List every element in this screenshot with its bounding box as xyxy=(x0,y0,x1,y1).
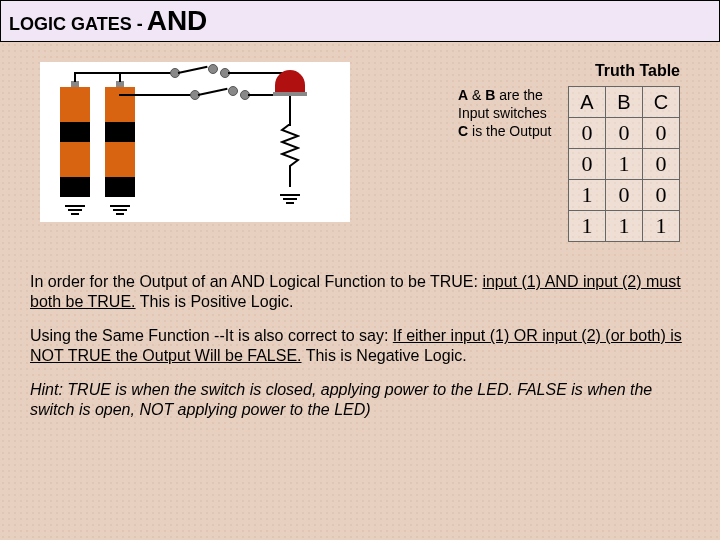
table-row: 100 xyxy=(569,180,680,211)
truth-cell: 0 xyxy=(643,149,680,180)
paragraph-hint: Hint: TRUE is when the switch is closed,… xyxy=(30,380,690,420)
led-icon xyxy=(275,70,305,92)
content-row: Truth Table A & B are the Input switches… xyxy=(0,42,720,252)
truth-section: Truth Table A & B are the Input switches… xyxy=(458,62,680,242)
truth-header: C xyxy=(643,87,680,118)
truth-table: ABC 000010100111 xyxy=(568,86,680,242)
table-row: 111 xyxy=(569,211,680,242)
truth-cell: 1 xyxy=(606,211,643,242)
input-description: A & B are the Input switches C is the Ou… xyxy=(458,86,558,141)
truth-title: Truth Table xyxy=(595,62,680,80)
truth-cell: 0 xyxy=(569,149,606,180)
description-paragraphs: In order for the Output of an AND Logica… xyxy=(0,252,720,420)
truth-cell: 1 xyxy=(569,211,606,242)
truth-cell: 1 xyxy=(643,211,680,242)
table-row: 000 xyxy=(569,118,680,149)
truth-cell: 0 xyxy=(569,118,606,149)
page-header: LOGIC GATES - AND xyxy=(0,0,720,42)
truth-cell: 0 xyxy=(606,118,643,149)
truth-header: B xyxy=(606,87,643,118)
circuit-diagram xyxy=(40,62,350,222)
header-gate: AND xyxy=(147,5,208,37)
paragraph-positive: In order for the Output of an AND Logica… xyxy=(30,272,690,312)
header-prefix: LOGIC GATES - xyxy=(9,14,143,35)
truth-header: A xyxy=(569,87,606,118)
truth-cell: 0 xyxy=(643,180,680,211)
paragraph-negative: Using the Same Function --It is also cor… xyxy=(30,326,690,366)
truth-cell: 1 xyxy=(606,149,643,180)
resistor-icon xyxy=(280,124,300,174)
truth-cell: 0 xyxy=(643,118,680,149)
truth-cell: 0 xyxy=(606,180,643,211)
table-row: 010 xyxy=(569,149,680,180)
truth-cell: 1 xyxy=(569,180,606,211)
